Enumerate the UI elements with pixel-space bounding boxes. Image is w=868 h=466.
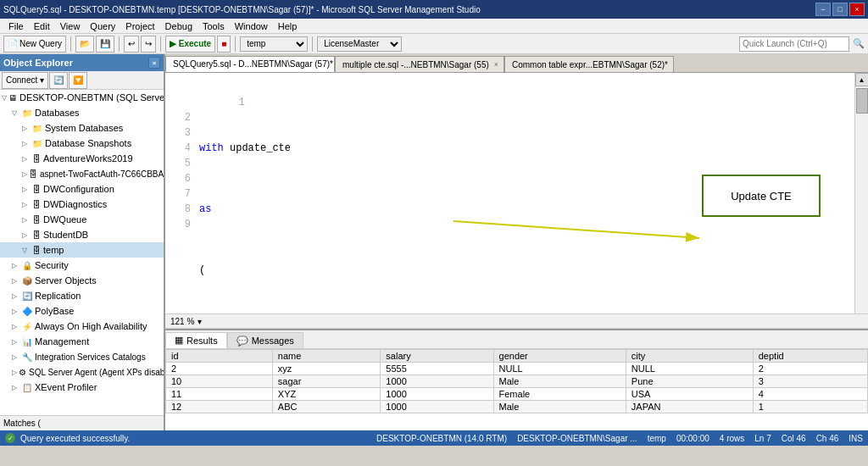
- oe-db-dwqueue[interactable]: ▷ 🗄 DWQueue: [0, 212, 164, 227]
- maximize-button[interactable]: □: [832, 3, 848, 16]
- scroll-up-button[interactable]: ▲: [855, 73, 869, 86]
- table-cell: 1: [753, 401, 867, 413]
- oe-integration[interactable]: ▷ 🔧 Integration Services Catalogs: [0, 349, 164, 364]
- col-header-gender: gender: [493, 350, 626, 363]
- oe-label: XEvent Profiler: [35, 382, 97, 392]
- col-header-name: name: [272, 350, 381, 363]
- oe-db-dwdiag[interactable]: ▷ 🗄 DWDiagnostics: [0, 197, 164, 212]
- results-tab-label: Results: [186, 336, 218, 346]
- execute-button[interactable]: ▶ Execute: [165, 36, 215, 53]
- oe-always-on[interactable]: ▷ ⚡ Always On High Availability: [0, 319, 164, 334]
- oe-db-aspnet[interactable]: ▷ 🗄 aspnet-TwoFactAuth-7C66CBBA-2875-: [0, 166, 164, 181]
- oe-label: Always On High Availability: [35, 321, 147, 331]
- oe-sql-agent[interactable]: ▷ ⚙ SQL Server Agent (Agent XPs disabled…: [0, 364, 164, 380]
- tab-label: Common table expr...EBTMN\Sagar (52)*: [512, 60, 668, 69]
- expand-icon: ▷: [12, 292, 20, 300]
- oe-security[interactable]: ▷ 🔒 Security: [0, 258, 164, 273]
- toolbar-separator-2: [119, 36, 120, 52]
- quick-launch-input[interactable]: [739, 36, 849, 52]
- results-content: id name salary gender city deptid 2xyz55…: [165, 349, 868, 430]
- oe-db-adventureworks[interactable]: ▷ 🗄 AdventureWorks2019: [0, 151, 164, 166]
- oe-db-snapshots[interactable]: ▷ 📁 Database Snapshots: [0, 136, 164, 151]
- rows-info: 4 rows: [720, 434, 744, 443]
- menu-file[interactable]: File: [3, 19, 29, 33]
- tab-common-table[interactable]: Common table expr...EBTMN\Sagar (52)* ×: [504, 56, 674, 72]
- table-cell: 5555: [381, 363, 493, 375]
- annotation-box: Update CTE: [702, 175, 821, 217]
- table-row: 10sagar1000MalePune3: [166, 375, 868, 388]
- oe-close-button[interactable]: ×: [148, 57, 160, 69]
- tab-close-icon[interactable]: ×: [494, 60, 498, 69]
- oe-xevent[interactable]: ▷ 📋 XEvent Profiler: [0, 380, 164, 395]
- connect-button[interactable]: Connect ▾: [2, 72, 48, 89]
- polybase-icon: 🔷: [22, 307, 32, 316]
- table-cell: XYZ: [272, 388, 381, 401]
- expand-icon: ▷: [12, 369, 17, 376]
- new-query-icon: 📄: [8, 39, 18, 48]
- menu-project[interactable]: Project: [120, 19, 159, 33]
- zoom-icon[interactable]: ▾: [198, 317, 202, 326]
- undo-button[interactable]: ↩: [124, 36, 139, 53]
- menu-window[interactable]: Window: [230, 19, 273, 33]
- expand-icon: ▷: [12, 338, 20, 346]
- oe-label: System Databases: [45, 123, 123, 133]
- oe-server-objects[interactable]: ▷ 📦 Server Objects: [0, 273, 164, 288]
- save-button[interactable]: 💾: [96, 36, 114, 53]
- new-query-button[interactable]: 📄 New Query: [3, 36, 66, 53]
- oe-replication[interactable]: ▷ 🔄 Replication: [0, 288, 164, 303]
- oe-databases[interactable]: ▽ 📁 Databases: [0, 105, 164, 120]
- oe-db-studentdb[interactable]: ▷ 🗄 StudentDB: [0, 227, 164, 242]
- vertical-scrollbar[interactable]: ▲: [854, 73, 868, 313]
- success-icon: ✓: [5, 433, 15, 443]
- tab-sqlquery5[interactable]: SQLQuery5.sql - D...NEBTMN\Sagar (57)* ×: [165, 56, 335, 72]
- table-row: 2xyz5555NULLNULL2: [166, 363, 868, 375]
- close-button[interactable]: ×: [849, 3, 865, 16]
- scroll-thumb[interactable]: [856, 88, 868, 114]
- table-cell: 11: [166, 388, 273, 401]
- database-dropdown[interactable]: temp: [240, 36, 308, 52]
- window-controls: − □ ×: [815, 3, 865, 16]
- tab-multiple-cte[interactable]: multiple cte.sql -...NEBTMN\Sagar (55) ×: [335, 56, 504, 72]
- expand-icon: ▽: [12, 109, 20, 117]
- editor-area[interactable]: 123456789 with update_cte as ( select id…: [165, 73, 854, 313]
- menu-edit[interactable]: Edit: [29, 19, 55, 33]
- oe-management[interactable]: ▷ 📊 Management: [0, 334, 164, 349]
- open-button[interactable]: 📂: [75, 36, 94, 53]
- table-cell: 2: [166, 363, 273, 375]
- redo-button[interactable]: ↪: [141, 36, 156, 53]
- database-icon: 🗄: [32, 215, 41, 225]
- toolbar-separator: [70, 36, 71, 52]
- oe-refresh-button[interactable]: 🔄: [49, 72, 68, 89]
- table-cell: sagar: [272, 375, 381, 388]
- ln-info: Ln 7: [754, 434, 771, 443]
- oe-db-dwconfig[interactable]: ▷ 🗄 DWConfiguration: [0, 181, 164, 197]
- menu-tools[interactable]: Tools: [198, 19, 230, 33]
- oe-system-databases[interactable]: ▷ 📁 System Databases: [0, 120, 164, 136]
- license-master-dropdown[interactable]: LicenseMaster: [317, 36, 402, 52]
- oe-filter-button[interactable]: 🔽: [69, 72, 87, 89]
- menu-view[interactable]: View: [55, 19, 86, 33]
- results-icon: ▦: [175, 335, 183, 346]
- stop-button[interactable]: ■: [217, 36, 231, 53]
- menu-query[interactable]: Query: [85, 19, 120, 33]
- expand-icon: ▷: [12, 262, 20, 269]
- table-cell: 10: [166, 375, 273, 388]
- table-cell: 3: [753, 375, 867, 388]
- results-tab-messages[interactable]: 💬 Messages: [227, 332, 303, 348]
- database-icon: 🗄: [32, 185, 41, 194]
- oe-db-temp[interactable]: ▽ 🗄 temp: [0, 242, 164, 258]
- results-table: id name salary gender city deptid 2xyz55…: [165, 349, 868, 413]
- expand-icon: ▽: [2, 94, 7, 102]
- minimize-button[interactable]: −: [815, 3, 831, 16]
- col-header-deptid: deptid: [753, 350, 867, 363]
- oe-polybase[interactable]: ▷ 🔷 PolyBase: [0, 303, 164, 319]
- always-on-icon: ⚡: [22, 322, 32, 331]
- menu-debug[interactable]: Debug: [160, 19, 198, 33]
- menu-help[interactable]: Help: [273, 19, 303, 33]
- results-panel: ▦ Results 💬 Messages id name salary gen: [165, 329, 868, 430]
- col-info: Col 46: [782, 434, 806, 443]
- results-tab-results[interactable]: ▦ Results: [165, 332, 227, 348]
- expand-icon: ▷: [22, 140, 31, 147]
- oe-server[interactable]: ▽ 🖥 DESKTOP-ONEBTMN (SQL Server 14.0.202…: [0, 90, 164, 105]
- tab-close-icon[interactable]: ×: [673, 60, 674, 69]
